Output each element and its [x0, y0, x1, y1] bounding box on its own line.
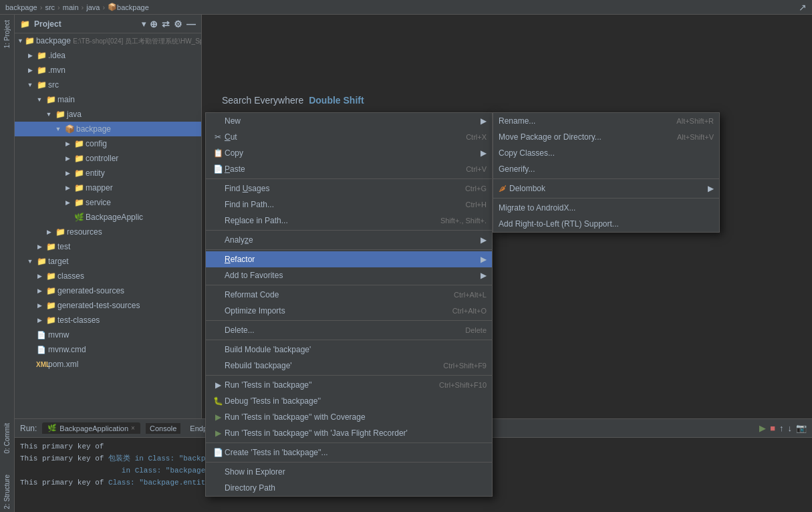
- submenu-item-migrate-android[interactable]: Migrate to AndroidX...: [493, 200, 719, 216]
- menu-sep-8: [206, 442, 492, 443]
- submenu-item-delombok[interactable]: 🌶 Delombok ▶: [493, 180, 719, 197]
- menu-item-directory-path[interactable]: Directory Path: [206, 480, 492, 496]
- menu-label-show-in-explorer: Show in Explorer: [225, 467, 487, 477]
- menu-item-new[interactable]: New ▶: [206, 113, 492, 129]
- menu-sep-2: [206, 230, 492, 231]
- menu-label-find-usages: Find Usages: [225, 184, 452, 193]
- menu-item-cut[interactable]: ✂ Cut Ctrl+X: [206, 129, 492, 145]
- menu-sep-3: [206, 249, 492, 250]
- menu-sep-7: [206, 375, 492, 376]
- menu-icon-cut: ✂: [211, 132, 225, 142]
- menu-shortcut-optimize: Ctrl+Alt+O: [452, 307, 487, 315]
- menu-item-show-in-explorer[interactable]: Show in Explorer: [206, 464, 492, 480]
- menu-shortcut-find-usages: Ctrl+G: [465, 184, 487, 193]
- delombok-icon: 🌶: [499, 184, 507, 193]
- menu-item-rebuild[interactable]: Rebuild 'backpage' Ctrl+Shift+F9: [206, 358, 492, 374]
- menu-label-optimize: Optimize Imports: [225, 306, 439, 315]
- sub-sep-2: [493, 198, 719, 199]
- menu-shortcut-cut: Ctrl+X: [466, 133, 487, 141]
- menu-shortcut-replace-in-path: Shift+., Shift+.: [440, 217, 487, 225]
- menu-item-run-coverage[interactable]: ▶ Run 'Tests in 'backpage'' with Coverag…: [206, 409, 492, 425]
- sub-label-delombok: Delombok: [509, 184, 705, 193]
- sub-sep-1: [493, 178, 719, 179]
- menu-item-debug-tests[interactable]: 🐛 Debug 'Tests in 'backpage'': [206, 393, 492, 409]
- menu-sep-9: [206, 462, 492, 463]
- menu-label-delete: Delete...: [225, 326, 452, 335]
- menu-label-directory-path: Directory Path: [225, 483, 487, 493]
- menu-label-new: New: [225, 116, 478, 126]
- run-icon: ▶: [211, 380, 225, 390]
- menu-item-run-jfr[interactable]: ▶ Run 'Tests in 'backpage'' with 'Java F…: [206, 425, 492, 441]
- menu-item-optimize[interactable]: Optimize Imports Ctrl+Alt+O: [206, 303, 492, 319]
- menu-item-reformat[interactable]: Reformat Code Ctrl+Alt+L: [206, 287, 492, 303]
- menu-label-rebuild: Rebuild 'backpage': [225, 361, 430, 370]
- menu-arrow-add-to-favorites: ▶: [481, 271, 487, 280]
- menu-shortcut-reformat: Ctrl+Alt+L: [454, 291, 487, 299]
- sub-label-migrate-android: Migrate to AndroidX...: [499, 203, 714, 213]
- menu-item-build-module[interactable]: Build Module 'backpage': [206, 342, 492, 358]
- menu-label-copy: Copy: [225, 148, 478, 158]
- sub-label-copy-classes: Copy Classes...: [499, 148, 714, 158]
- menu-shortcut-find-in-path: Ctrl+H: [466, 201, 487, 209]
- debug-icon: 🐛: [211, 396, 225, 406]
- menu-label-cut: Cut: [225, 132, 452, 142]
- menu-item-find-usages[interactable]: Find Usages Ctrl+G: [206, 180, 492, 197]
- menu-arrow-new: ▶: [481, 116, 487, 126]
- menu-label-run-coverage: Run 'Tests in 'backpage'' with Coverage: [225, 412, 487, 422]
- menu-item-refactor[interactable]: Refactor ▶: [206, 251, 492, 267]
- menu-label-replace-in-path: Replace in Path...: [225, 216, 427, 225]
- menu-label-paste: Paste: [225, 164, 452, 174]
- menu-shortcut-run-tests: Ctrl+Shift+F10: [439, 381, 487, 389]
- menu-sep-5: [206, 320, 492, 321]
- menu-arrow-refactor: ▶: [481, 255, 487, 264]
- menu-shortcut-rebuild: Ctrl+Shift+F9: [443, 362, 487, 370]
- jfr-icon: ▶: [211, 428, 225, 438]
- menu-label-run-jfr: Run 'Tests in 'backpage'' with 'Java Fli…: [225, 428, 487, 438]
- submenu-item-generify[interactable]: Generify...: [493, 161, 719, 177]
- sub-arrow-delombok: ▶: [708, 184, 714, 193]
- menu-label-create-tests: Create 'Tests in 'backpage''...: [225, 448, 487, 457]
- submenu-item-move-package[interactable]: Move Package or Directory... Alt+Shift+V: [493, 129, 719, 145]
- menu-item-replace-in-path[interactable]: Replace in Path... Shift+., Shift+.: [206, 213, 492, 229]
- context-menu-overlay: New ▶ ✂ Cut Ctrl+X 📋 Copy ▶ 📄 Paste Ctrl…: [0, 0, 812, 512]
- refactor-submenu: Rename... Alt+Shift+R Move Package or Di…: [493, 112, 720, 233]
- menu-icon-copy: 📋: [211, 148, 225, 158]
- menu-label-refactor: Refactor: [225, 255, 478, 264]
- submenu-item-copy-classes[interactable]: Copy Classes...: [493, 145, 719, 161]
- menu-shortcut-delete: Delete: [465, 326, 487, 334]
- menu-label-build-module: Build Module 'backpage': [225, 345, 487, 354]
- menu-label-debug-tests: Debug 'Tests in 'backpage'': [225, 396, 487, 406]
- coverage-icon: ▶: [211, 412, 225, 422]
- sub-shortcut-move-package: Alt+Shift+V: [677, 133, 714, 141]
- sub-label-add-rtl: Add Right-to-Left (RTL) Support...: [499, 219, 714, 229]
- menu-icon-paste: 📄: [211, 164, 225, 174]
- menu-item-find-in-path[interactable]: Find in Path... Ctrl+H: [206, 197, 492, 213]
- menu-item-analyze[interactable]: Analyze ▶: [206, 232, 492, 248]
- menu-item-create-tests[interactable]: 📄 Create 'Tests in 'backpage''...: [206, 444, 492, 461]
- menu-shortcut-paste: Ctrl+V: [466, 165, 487, 173]
- submenu-item-add-rtl[interactable]: Add Right-to-Left (RTL) Support...: [493, 216, 719, 232]
- menu-item-add-to-favorites[interactable]: Add to Favorites ▶: [206, 267, 492, 283]
- sub-label-move-package: Move Package or Directory...: [499, 132, 677, 142]
- menu-sep-4: [206, 285, 492, 285]
- menu-item-delete[interactable]: Delete... Delete: [206, 322, 492, 338]
- sub-shortcut-rename: Alt+Shift+R: [676, 117, 714, 125]
- menu-label-find-in-path: Find in Path...: [225, 200, 452, 209]
- menu-label-add-to-favorites: Add to Favorites: [225, 271, 478, 280]
- menu-item-paste[interactable]: 📄 Paste Ctrl+V: [206, 161, 492, 177]
- menu-label-analyze: Analyze: [225, 235, 478, 245]
- menu-sep-1: [206, 178, 492, 179]
- menu-arrow-copy: ▶: [481, 148, 487, 158]
- menu-arrow-analyze: ▶: [481, 235, 487, 245]
- menu-label-reformat: Reformat Code: [225, 290, 440, 299]
- menu-item-run-tests[interactable]: ▶ Run 'Tests in 'backpage'' Ctrl+Shift+F…: [206, 377, 492, 393]
- context-menu: New ▶ ✂ Cut Ctrl+X 📋 Copy ▶ 📄 Paste Ctrl…: [205, 112, 493, 497]
- menu-label-run-tests: Run 'Tests in 'backpage'': [225, 380, 426, 390]
- sub-label-generify: Generify...: [499, 164, 714, 174]
- create-tests-icon: 📄: [211, 448, 225, 457]
- submenu-item-rename[interactable]: Rename... Alt+Shift+R: [493, 113, 719, 129]
- sub-label-rename: Rename...: [499, 116, 676, 126]
- menu-sep-6: [206, 340, 492, 340]
- menu-item-copy[interactable]: 📋 Copy ▶: [206, 145, 492, 161]
